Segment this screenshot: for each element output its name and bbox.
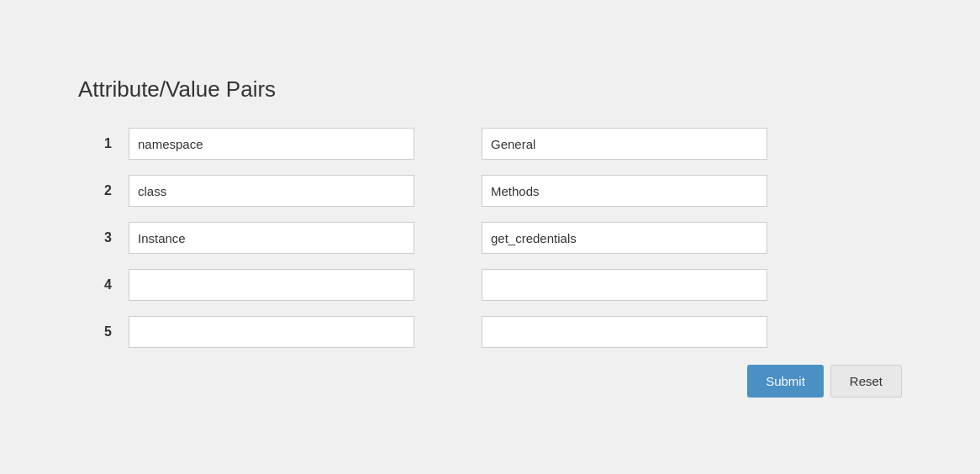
- pair-row-2: 2: [78, 175, 902, 207]
- button-row: Submit Reset: [78, 365, 902, 398]
- value-input-1[interactable]: [482, 128, 767, 160]
- attribute-input-3[interactable]: [129, 222, 414, 254]
- value-input-5[interactable]: [482, 316, 767, 348]
- row-number-1: 1: [78, 136, 129, 151]
- attribute-input-5[interactable]: [129, 316, 414, 348]
- attribute-input-2[interactable]: [129, 175, 414, 207]
- attribute-input-1[interactable]: [129, 128, 414, 160]
- row-number-3: 3: [78, 230, 129, 245]
- value-input-3[interactable]: [482, 222, 767, 254]
- value-input-4[interactable]: [482, 269, 767, 301]
- pairs-form: 1 2 3 4 5: [78, 128, 902, 398]
- row-number-2: 2: [78, 183, 129, 198]
- pair-row-5: 5: [78, 316, 902, 348]
- pair-row-3: 3: [78, 222, 902, 254]
- pair-row-1: 1: [78, 128, 902, 160]
- pair-row-4: 4: [78, 269, 902, 301]
- page-title: Attribute/Value Pairs: [78, 76, 902, 103]
- row-number-4: 4: [78, 277, 129, 292]
- submit-button[interactable]: Submit: [747, 365, 824, 398]
- main-container: Attribute/Value Pairs 1 2 3 4: [28, 43, 952, 431]
- value-input-2[interactable]: [482, 175, 767, 207]
- row-number-5: 5: [78, 324, 129, 340]
- attribute-input-4[interactable]: [129, 269, 414, 301]
- reset-button[interactable]: Reset: [830, 365, 902, 398]
